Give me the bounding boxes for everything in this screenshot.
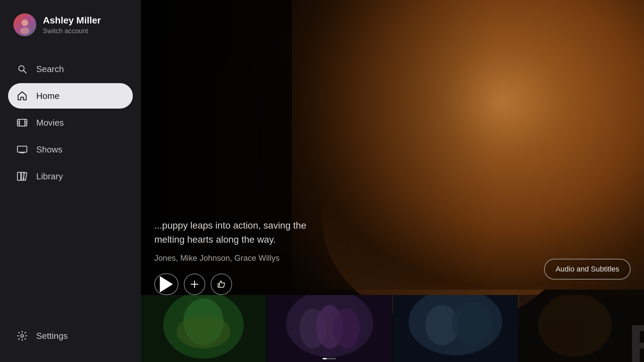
switch-account-link[interactable]: Switch account bbox=[43, 27, 101, 35]
svg-point-43 bbox=[177, 315, 230, 349]
user-section[interactable]: Ashley Miller Switch account bbox=[8, 0, 133, 50]
hero-description-line2: melting hearts along the way. bbox=[154, 233, 306, 247]
user-name: Ashley Miller bbox=[43, 15, 101, 26]
hero-description: ...puppy leaps into action, saving the m… bbox=[154, 219, 306, 247]
play-button[interactable] bbox=[154, 274, 178, 295]
movies-label: Movies bbox=[36, 118, 64, 128]
add-to-list-button[interactable] bbox=[184, 274, 205, 295]
shows-label: Shows bbox=[36, 144, 62, 155]
svg-point-18 bbox=[21, 335, 23, 337]
svg-point-54 bbox=[538, 295, 611, 357]
like-button[interactable] bbox=[211, 274, 232, 295]
svg-point-52 bbox=[452, 302, 492, 345]
svg-point-48 bbox=[333, 308, 360, 349]
thumbnail-3[interactable] bbox=[393, 295, 518, 362]
movies-icon bbox=[16, 117, 28, 129]
nav-section: Search Home bbox=[8, 56, 133, 362]
hero-content: ...puppy leaps into action, saving the m… bbox=[154, 219, 306, 295]
library-icon bbox=[16, 170, 28, 182]
sidebar-item-home[interactable]: Home bbox=[8, 83, 133, 109]
search-icon bbox=[16, 63, 28, 75]
sidebar-item-library[interactable]: Library bbox=[8, 164, 133, 189]
svg-rect-13 bbox=[17, 146, 27, 152]
svg-rect-6 bbox=[17, 119, 27, 126]
svg-point-2 bbox=[21, 19, 28, 26]
sidebar: Ashley Miller Switch account Search Home bbox=[0, 0, 141, 362]
sidebar-item-settings[interactable]: Settings bbox=[8, 323, 133, 349]
user-info: Ashley Miller Switch account bbox=[43, 15, 101, 35]
hero-description-line1: ...puppy leaps into action, saving the bbox=[154, 219, 306, 233]
thumbnail-2-progress-fill bbox=[323, 358, 327, 359]
thumbnail-2[interactable] bbox=[267, 295, 392, 362]
thumbnail-4[interactable]: F bbox=[519, 295, 644, 362]
svg-rect-16 bbox=[17, 172, 21, 180]
svg-line-5 bbox=[23, 70, 26, 73]
search-label: Search bbox=[36, 64, 64, 74]
sidebar-item-shows[interactable]: Shows bbox=[8, 137, 133, 162]
thumbnail-2-progress-bar bbox=[323, 358, 336, 359]
sidebar-item-movies[interactable]: Movies bbox=[8, 110, 133, 135]
library-label: Library bbox=[36, 171, 63, 182]
svg-marker-36 bbox=[160, 276, 173, 293]
avatar bbox=[13, 13, 36, 36]
svg-point-3 bbox=[20, 27, 30, 34]
thumbnails-row: F bbox=[141, 295, 644, 362]
shows-icon bbox=[16, 143, 28, 156]
hero-cast: Jones, Mike Johnson, Grace Willys bbox=[154, 253, 306, 263]
svg-text:F: F bbox=[628, 313, 644, 362]
settings-label: Settings bbox=[36, 331, 68, 341]
home-label: Home bbox=[36, 91, 59, 101]
hero-actions bbox=[154, 274, 306, 295]
main-content: ...puppy leaps into action, saving the m… bbox=[141, 0, 644, 362]
sidebar-item-search[interactable]: Search bbox=[8, 56, 133, 82]
home-icon bbox=[16, 90, 28, 102]
settings-icon bbox=[16, 330, 28, 342]
thumbnail-1[interactable] bbox=[141, 295, 266, 362]
svg-rect-39 bbox=[218, 284, 219, 287]
